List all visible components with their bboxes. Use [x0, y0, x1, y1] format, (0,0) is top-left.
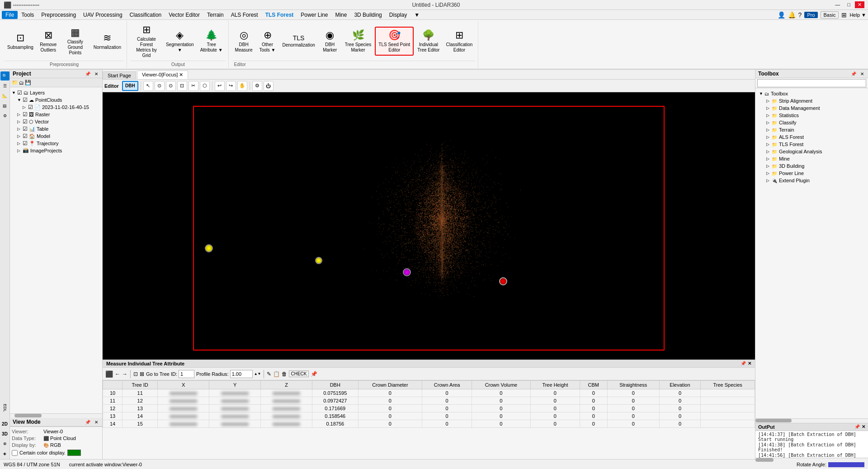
classify-expand[interactable]: ▷ — [766, 120, 772, 125]
edl-btn[interactable]: EDL — [1, 401, 9, 415]
segmentation-btn[interactable]: ◈ Segmentation▼ — [163, 28, 197, 55]
extra-tool1[interactable]: ⊕ — [0, 439, 9, 448]
denormalization-btn[interactable]: TLS Denormalization — [280, 33, 318, 50]
color-swatch[interactable] — [67, 450, 81, 456]
imgproj-expand[interactable]: ▷ — [17, 148, 23, 153]
basic-btn[interactable]: Basic — [821, 11, 839, 19]
table-expand[interactable]: ▷ — [17, 127, 23, 131]
measure-btn[interactable]: 📐 — [0, 91, 9, 100]
measure-prev-btn[interactable]: ← — [115, 371, 120, 377]
toolbox-statistics[interactable]: ▷ 📁 Statistics — [757, 112, 866, 119]
table-row[interactable]: 1213xxxxxxxxxxxxxxxxxxxxxxxxxxxxxxxxx0.1… — [103, 405, 755, 412]
copy-btn[interactable]: 📋 — [273, 371, 280, 377]
tree-trajectory[interactable]: ▷ ☑ 📍 Trajectory — [12, 140, 100, 147]
file-expand[interactable]: ▷ — [23, 105, 28, 109]
table-row[interactable]: 1314xxxxxxxxxxxxxxxxxxxxxxxxxxxxxxxxx0.1… — [103, 412, 755, 420]
geo-expand[interactable]: ▷ — [766, 149, 772, 154]
editor-gear-btn[interactable]: ⚙ — [252, 81, 262, 91]
col-crown-diameter[interactable]: Crown Diameter — [358, 381, 422, 389]
tls-seed-point-btn[interactable]: 🎯 TLS Seed PointEditor — [375, 27, 414, 56]
help-icon[interactable]: 🔔 — [788, 11, 796, 19]
toolbox-search-input[interactable] — [757, 79, 866, 87]
toolbox-classify[interactable]: ▷ 📁 Classify — [757, 119, 866, 126]
editor-poly-btn[interactable]: ⬡ — [200, 81, 210, 91]
output-close-btn[interactable]: ✕ — [862, 424, 865, 430]
pin-btn[interactable]: 📌 — [311, 371, 317, 377]
tree-imageprojects[interactable]: ▷ 📸 ImageProjects — [12, 147, 100, 154]
menu-more[interactable]: ▼ — [410, 11, 423, 19]
raster-check[interactable]: ☑ — [23, 111, 29, 118]
pro-btn[interactable]: Pro — [804, 12, 817, 18]
color-display-check[interactable] — [12, 450, 18, 456]
menu-uav[interactable]: UAV Processing — [80, 11, 126, 19]
raster-expand[interactable]: ▷ — [17, 112, 23, 117]
editor-circle-btn[interactable]: ⊙ — [155, 81, 165, 91]
col-crown-volume[interactable]: Crown Volume — [472, 381, 530, 389]
tree-pointclouds[interactable]: ▼ ☑ ☁ PointClouds — [12, 96, 100, 104]
statistics-expand[interactable]: ▷ — [766, 113, 772, 118]
layer-btn[interactable]: ☰ — [0, 81, 9, 90]
table-row[interactable]: 1112xxxxxxxxxxxxxxxxxxxxxxxxxxxxxxxxx0.0… — [103, 397, 755, 405]
tree-marker-yellow1[interactable] — [205, 244, 213, 252]
col-elevation[interactable]: Elevation — [659, 381, 701, 389]
editor-undo-btn[interactable]: ↩ — [215, 81, 225, 91]
col-y[interactable]: Y — [209, 381, 261, 389]
toolbox-tls-forest[interactable]: ▷ 📁 TLS Forest — [757, 141, 866, 148]
individual-tree-btn[interactable]: 🌳 IndividualTree Editor — [415, 28, 442, 55]
settings-btn[interactable]: ⚙ — [0, 111, 9, 120]
table-check[interactable]: ☑ — [23, 126, 29, 132]
col-cbm[interactable]: CBM — [580, 381, 607, 389]
minimize-btn[interactable]: — — [832, 1, 843, 8]
view-mode-close-btn[interactable]: ✕ — [93, 419, 99, 425]
menu-vector[interactable]: Vector Editor — [165, 11, 203, 19]
check-btn[interactable]: CHECK — [289, 370, 308, 377]
attribute-btn[interactable]: ▤ — [0, 101, 9, 110]
normalization-btn[interactable]: ≋ Normalization — [91, 30, 124, 52]
measure-import-btn[interactable]: ⬛ — [105, 370, 113, 378]
measure-tool1[interactable]: ⊡ — [133, 371, 138, 377]
tab-close-btn[interactable]: ✕ — [179, 72, 183, 77]
menu-mine[interactable]: Mine — [331, 11, 350, 19]
layers-check[interactable]: ☑ — [17, 90, 24, 96]
project-toolbar-btn3[interactable]: 💾 — [25, 80, 31, 85]
traj-expand[interactable]: ▷ — [17, 141, 23, 146]
toolbox-close-btn[interactable]: ✕ — [859, 71, 865, 77]
help-menu-btn[interactable]: Help ▼ — [849, 12, 866, 18]
question-icon[interactable]: ? — [798, 11, 802, 19]
view-mode-pin-btn[interactable]: 📌 — [84, 419, 92, 425]
file-check[interactable]: ☑ — [28, 104, 34, 110]
col-straightness[interactable]: Straightness — [607, 381, 659, 389]
col-tree-species[interactable]: Tree Species — [701, 381, 755, 389]
tree-file[interactable]: ▷ ☑ 📄 2023-11-02-16-40-15 — [12, 104, 100, 111]
menu-preprocessing[interactable]: Preprocessing — [38, 11, 80, 19]
data-mgmt-expand[interactable]: ▷ — [766, 106, 772, 110]
toolbox-root[interactable]: ▼ 🗂 Toolbox — [757, 90, 866, 97]
delete-btn[interactable]: 🗑 — [282, 371, 287, 377]
col-tree-height[interactable]: Tree Height — [530, 381, 580, 389]
output-pin-btn[interactable]: 📌 — [854, 424, 860, 430]
pointclouds-expand[interactable]: ▼ — [17, 98, 23, 102]
tree-model[interactable]: ▷ ☑ 🏠 Model — [12, 133, 100, 140]
extra-tool2[interactable]: ◈ — [0, 449, 9, 458]
dbh-editor-btn[interactable]: DBH — [122, 81, 138, 91]
mine-expand[interactable]: ▷ — [766, 156, 772, 161]
ext-expand[interactable]: ▷ — [766, 178, 772, 183]
user-icon[interactable]: 👤 — [778, 11, 785, 19]
menu-classification[interactable]: Classification — [126, 11, 165, 19]
model-expand[interactable]: ▷ — [17, 134, 23, 138]
project-close-btn[interactable]: ✕ — [93, 71, 99, 77]
select-tool-btn[interactable]: 🔍 — [0, 71, 9, 81]
tab-viewer[interactable]: Viewer-0[Focus] ✕ — [137, 71, 188, 79]
strip-expand[interactable]: ▷ — [766, 99, 772, 103]
toolbox-terrain[interactable]: ▷ 📁 Terrain — [757, 126, 866, 133]
tls-expand[interactable]: ▷ — [766, 142, 772, 147]
tree-raster[interactable]: ▷ ☑ 🖼 Raster — [12, 111, 100, 118]
profile-input[interactable] — [230, 370, 253, 378]
menu-powerline[interactable]: Power Line — [297, 11, 331, 19]
remove-outliers-btn[interactable]: ⊠ RemoveOutliers — [37, 28, 60, 55]
close-btn[interactable]: ✕ — [855, 1, 864, 8]
menu-display[interactable]: Display — [386, 11, 410, 19]
tree-layers[interactable]: ▼ ☑ 🗂 Layers — [12, 89, 100, 96]
3d-expand[interactable]: ▷ — [766, 164, 772, 168]
tree-marker-yellow2[interactable] — [315, 257, 322, 264]
